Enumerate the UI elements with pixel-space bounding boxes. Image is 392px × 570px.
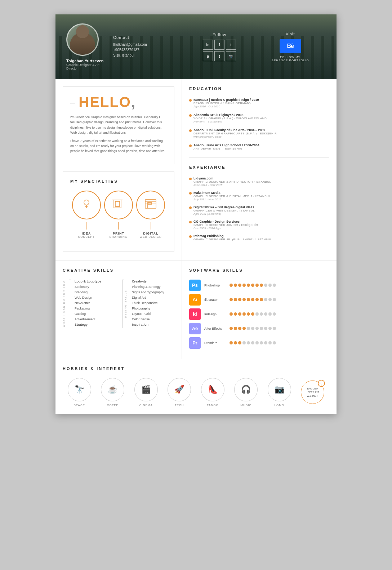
- skill-dot: [273, 312, 276, 316]
- behance-logo[interactable]: Bē: [280, 39, 301, 53]
- creative-skill-left: Newsletter: [75, 301, 117, 305]
- exp-item-sub: GRAPHIC DESIGNER JR. (PUBLISHING) / ISTA…: [193, 238, 329, 241]
- software-badge: Id: [189, 308, 201, 320]
- svg-rect-12: [148, 202, 152, 204]
- education-item: Anadolu Uni. Faculty of Fine Arts / 2004…: [189, 128, 329, 138]
- idea-connector: [86, 222, 86, 230]
- skill-dot: [264, 298, 267, 301]
- hobby-circle: ☕: [101, 378, 124, 401]
- exp-dot: [189, 178, 192, 180]
- skill-dot: [230, 298, 233, 301]
- digital-label: DIGITAL: [136, 232, 165, 235]
- skills-row: CREATIVE SKILLS WHAT I CAN DO FOR YOU Lo…: [55, 260, 337, 359]
- exp-item-title: GG Graphic - Design Services: [193, 220, 329, 223]
- location: Şişli, Istanbul: [113, 53, 184, 57]
- experience-title: EXPERIANCE: [189, 165, 329, 169]
- exp-dot: [189, 206, 192, 209]
- hobbies-section: HOBBIES & INTEREST 🔭 SPACE ☕ COFFE 🎬 CIN…: [55, 359, 337, 414]
- creative-skills-title: CREATIVE SKILLS: [63, 268, 174, 272]
- hobby-circle: 🎧: [234, 378, 258, 401]
- skill-dot: [234, 298, 237, 301]
- software-skill-item: Ai Illustrator: [189, 294, 329, 306]
- facebook-icon[interactable]: f: [214, 40, 224, 50]
- hobby-circle: 📷: [268, 378, 291, 401]
- skill-dot: [273, 327, 276, 330]
- hobby-item: 📷 LOMO: [268, 378, 291, 407]
- pinterest-icon[interactable]: p: [203, 51, 213, 61]
- language-arc: [318, 380, 325, 387]
- skill-dot: [255, 298, 259, 301]
- skill-dot: [242, 327, 246, 330]
- exp-item-sub: GRAPHIC DESIGNER JUNIOR / ESKİŞEHİR: [193, 223, 329, 227]
- skill-dot: [273, 284, 276, 287]
- hobby-label: TECH: [168, 404, 191, 407]
- creative-skill-right: Signs and Typography: [132, 290, 174, 294]
- email: tholkhan@gmail.com: [113, 43, 184, 46]
- skill-dot: [255, 284, 259, 287]
- language-line3: W.S.INST.: [307, 394, 318, 398]
- skill-dot: [238, 284, 241, 287]
- instagram-icon[interactable]: 📷: [226, 51, 236, 61]
- behance-text: FOLLOW MYBEHANCE PORTFOLIO: [255, 55, 326, 62]
- specialty-digital: DIGITAL WEB DESIGN: [136, 191, 165, 239]
- edu-item-date: with preparatory class: [193, 135, 329, 138]
- software-name: Illustrator: [204, 298, 230, 302]
- visit-label: Visit: [255, 32, 326, 36]
- edu-item-title: Bureau23 | motion & graphic design / 201…: [193, 98, 329, 102]
- exp-dot: [189, 221, 192, 223]
- software-badge: Pr: [189, 337, 201, 349]
- education-item: Bureau23 | motion & graphic design / 201…: [189, 98, 329, 108]
- skill-dot: [273, 341, 276, 344]
- right-skills-list: CreativityPlanning & StrategySigns and T…: [132, 280, 174, 328]
- creative-skill-right: Photography: [132, 307, 174, 310]
- left-column: – HELLO, I'm Freelance Graphic Designer …: [55, 79, 182, 260]
- social-icons-grid: in f t p t 📷: [184, 40, 255, 61]
- skill-dot: [260, 341, 263, 344]
- twitter-icon[interactable]: t: [226, 40, 236, 50]
- edu-dot: [189, 129, 192, 132]
- software-skill-item: Id Indesign: [189, 308, 329, 320]
- follow-label: Follow: [184, 32, 255, 37]
- skill-dot: [234, 327, 237, 330]
- svg-point-0: [84, 200, 89, 205]
- hobby-item: 👠 TANGO: [201, 378, 224, 407]
- specialties-icons: IDEA CONCEPT: [70, 191, 167, 239]
- skill-dot: [251, 284, 254, 287]
- print-label: PRINT: [104, 232, 133, 235]
- exp-item-date: Dec 2009 - 2010 Agu: [193, 227, 329, 230]
- hobby-item: 🎬 CINEMA: [134, 378, 158, 407]
- print-icon: [112, 199, 125, 211]
- hobby-label: LOMO: [268, 404, 291, 407]
- edu-item-title: Anadolu Fine Arts High School / 2000-200…: [193, 143, 329, 147]
- linkedin-icon[interactable]: in: [203, 40, 213, 50]
- hobby-label: CINEMA: [134, 404, 158, 407]
- skill-dots: [230, 298, 276, 301]
- hobby-item: 🚀 TECH: [168, 378, 191, 407]
- print-sub: BRANDING: [104, 235, 133, 239]
- contact-section: Contact tholkhan@gmail.com +905432379187…: [106, 35, 184, 59]
- digital-circle: [136, 191, 165, 219]
- exp-item-title: Infomag Publishing: [193, 234, 329, 238]
- software-skill-item: Ps Photoshop: [189, 280, 329, 291]
- creative-skill-left: Branding: [75, 290, 117, 294]
- skill-dot: [268, 298, 272, 301]
- specialties-title: MY SPECIALTIES: [70, 179, 167, 183]
- skill-dot: [251, 298, 254, 301]
- software-skill-item: Ae After Effects: [189, 323, 329, 334]
- skill-dot: [273, 298, 276, 301]
- skill-dot: [268, 341, 272, 344]
- skill-dot: [255, 312, 259, 316]
- skill-dot: [230, 284, 233, 287]
- skill-dot: [251, 327, 254, 330]
- skill-dot: [260, 312, 263, 316]
- exp-item-title: Digitalfabrika – 360 degree digital idea…: [193, 205, 329, 209]
- creative-skill-right: Think Responsive: [132, 301, 174, 305]
- tumblr-icon[interactable]: t: [214, 51, 224, 61]
- skill-dot: [247, 327, 250, 330]
- skill-dot: [264, 341, 267, 344]
- exp-dot: [189, 192, 192, 195]
- left-skills-list: Logo & LogotypeStationeryBrandingWeb Des…: [75, 280, 117, 328]
- edu-dot: [189, 114, 192, 117]
- software-skill-item: Pr Premiere: [189, 337, 329, 349]
- person-title: Graphic Designer & Art Director: [66, 63, 106, 70]
